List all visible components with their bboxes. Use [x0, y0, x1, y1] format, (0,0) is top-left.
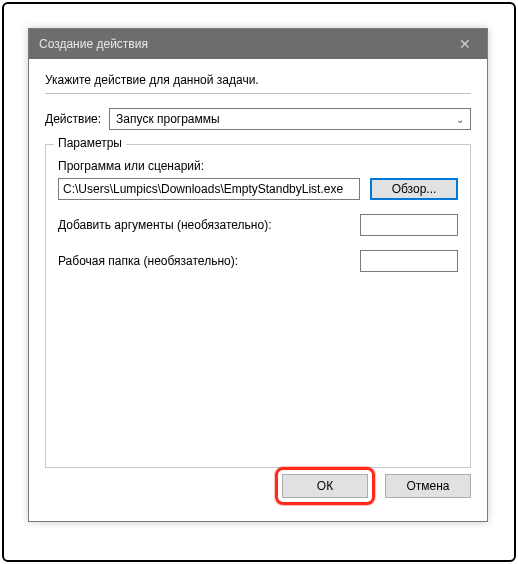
fieldset-legend: Параметры — [54, 136, 126, 150]
startin-input[interactable] — [360, 250, 458, 272]
action-select[interactable]: Запуск программы ⌄ — [109, 108, 471, 130]
screenshot-frame: Создание действия ✕ Укажите действие для… — [2, 2, 516, 562]
instruction-text: Укажите действие для данной задачи. — [45, 73, 471, 87]
cancel-button[interactable]: Отмена — [385, 474, 471, 498]
dialog-title: Создание действия — [39, 37, 148, 51]
arguments-input[interactable] — [360, 214, 458, 236]
ok-highlight-frame: ОК — [275, 467, 375, 505]
chevron-down-icon: ⌄ — [456, 114, 464, 125]
action-select-value: Запуск программы — [116, 112, 220, 126]
program-row: Обзор... — [58, 178, 458, 200]
close-icon[interactable]: ✕ — [453, 36, 477, 52]
browse-button[interactable]: Обзор... — [370, 178, 458, 200]
divider — [45, 93, 471, 94]
action-label: Действие: — [45, 112, 101, 126]
button-bar: ОК Отмена — [275, 467, 471, 505]
startin-row: Рабочая папка (необязательно): — [58, 250, 458, 272]
ok-button[interactable]: ОК — [282, 474, 368, 498]
program-label: Программа или сценарий: — [58, 159, 458, 173]
program-input[interactable] — [58, 178, 360, 200]
action-row: Действие: Запуск программы ⌄ — [45, 108, 471, 130]
arguments-label: Добавить аргументы (необязательно): — [58, 218, 271, 232]
startin-label: Рабочая папка (необязательно): — [58, 254, 238, 268]
create-action-dialog: Создание действия ✕ Укажите действие для… — [28, 28, 488, 522]
parameters-fieldset: Параметры Программа или сценарий: Обзор.… — [45, 144, 471, 468]
arguments-row: Добавить аргументы (необязательно): — [58, 214, 458, 236]
dialog-content: Укажите действие для данной задачи. Дейс… — [29, 59, 487, 468]
titlebar: Создание действия ✕ — [29, 29, 487, 59]
